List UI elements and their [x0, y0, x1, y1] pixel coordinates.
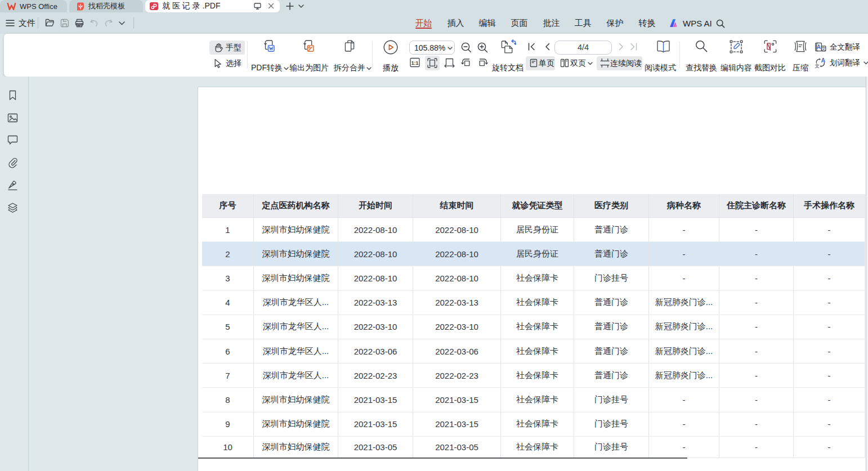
table-cell: 新冠肺炎门诊...	[649, 339, 719, 363]
next-page-icon[interactable]	[619, 43, 624, 51]
layers-icon[interactable]	[7, 202, 18, 213]
single-page-button[interactable]: 单页	[526, 56, 555, 70]
ribbon-tab-edit[interactable]: 编辑	[475, 12, 499, 34]
ribbon-tab-protect[interactable]: 保护	[603, 12, 627, 34]
table-cell: 深圳市龙华区人...	[254, 291, 338, 315]
table-row[interactable]: 3深圳市妇幼保健院2022-08-102022-08-10社会保障卡门诊挂号--…	[202, 266, 865, 290]
fulltext-translate-button[interactable]: A文 全文翻译	[815, 40, 868, 54]
redo-icon[interactable]	[104, 19, 113, 27]
quick-more-chevron-icon[interactable]	[119, 21, 125, 25]
split-merge-icon	[343, 39, 356, 53]
comment-icon[interactable]	[7, 135, 18, 145]
select-tool-button[interactable]: 选择	[209, 56, 245, 70]
rotate-right-icon[interactable]	[477, 57, 488, 68]
zoom-out-icon[interactable]	[461, 42, 472, 53]
fit-page-button[interactable]	[425, 56, 440, 70]
bookmark-icon[interactable]	[7, 90, 18, 101]
table-row[interactable]: 7深圳市龙华区人...2022-02-232022-02-23社会保障卡普通门诊…	[202, 364, 865, 388]
continuous-read-button[interactable]: 连续阅读	[597, 56, 642, 70]
split-merge-label: 拆分合并	[334, 63, 365, 73]
undo-icon[interactable]	[90, 19, 99, 27]
zoom-level-box[interactable]: 105.88%	[409, 41, 455, 55]
ribbon-tab-insert[interactable]: 插入	[444, 12, 468, 34]
pdf-convert-button[interactable]: PDF转换	[252, 38, 286, 71]
tab-docer-templates[interactable]: 找稻壳模板	[69, 0, 143, 12]
zoom-level-value: 105.88%	[414, 43, 445, 52]
hand-tool-button[interactable]: 手型	[209, 41, 245, 55]
table-cell: 2021-03-15	[338, 388, 413, 411]
last-page-icon[interactable]	[630, 43, 637, 51]
ribbon-tab-page[interactable]: 页面	[507, 12, 531, 34]
ribbon-tab-home[interactable]: 开始	[411, 12, 436, 34]
read-mode-button[interactable]: 阅读模式	[642, 38, 682, 71]
save-icon[interactable]	[60, 19, 69, 28]
tab-document-active[interactable]: 就 医 记 录 .PDF	[145, 0, 280, 12]
double-page-button[interactable]: 双页	[556, 56, 593, 70]
table-row[interactable]: 10深圳市妇幼保健院2021-03-052021-03-05社会保障卡门诊挂号-…	[202, 437, 865, 458]
divider	[247, 41, 248, 68]
close-icon[interactable]	[268, 3, 274, 9]
sidebar-divider	[28, 77, 29, 471]
table-row[interactable]: 5深圳市龙华区人...2022-03-102022-03-10社会保障卡普通门诊…	[202, 315, 865, 339]
edit-content-button[interactable]: 编辑内容	[719, 38, 753, 71]
table-row[interactable]: 1深圳市妇幼保健院2022-08-102022-08-10居民身份证普通门诊--…	[202, 218, 865, 242]
find-replace-button[interactable]: 查找替换	[684, 38, 718, 71]
zoom-in-icon[interactable]	[477, 42, 488, 53]
table-cell: 2022-08-10	[338, 242, 413, 266]
hand-tool-label: 手型	[226, 43, 241, 53]
table-header-cell: 开始时间	[338, 194, 413, 217]
tab-list-chevron-icon[interactable]	[298, 5, 304, 8]
table-cell: 社会保障卡	[501, 437, 574, 457]
export-image-button[interactable]: 输出为图片	[287, 38, 332, 71]
attachment-icon[interactable]	[7, 158, 18, 168]
sign-pen-icon[interactable]	[7, 180, 18, 191]
read-mode-label: 阅读模式	[645, 63, 676, 73]
ribbon-tab-comment[interactable]: 批注	[539, 12, 563, 34]
ribbon-tab-convert[interactable]: 转换	[635, 12, 659, 34]
table-row[interactable]: 6深圳市龙华区人...2022-03-062022-03-06社会保障卡普通门诊…	[202, 339, 865, 364]
table-cell: 9	[202, 412, 254, 436]
page-number-input[interactable]: 4/4	[554, 41, 612, 55]
new-tab-icon[interactable]	[286, 2, 294, 10]
ribbon-tab-tools[interactable]: 工具	[571, 12, 595, 34]
print-icon[interactable]	[75, 19, 84, 28]
file-menu[interactable]: 文件	[6, 12, 35, 34]
wps-ai-button[interactable]: WPS AI	[670, 12, 712, 34]
split-merge-button[interactable]: 拆分合并	[332, 38, 370, 71]
fit-width-icon[interactable]	[444, 57, 455, 68]
prev-page-icon[interactable]	[545, 43, 550, 51]
compress-button[interactable]: 压缩	[788, 38, 813, 71]
wps-ai-logo-icon	[670, 19, 679, 27]
thumbnail-icon[interactable]	[7, 113, 18, 123]
table-row[interactable]: 2深圳市妇幼保健院2022-08-102022-08-10居民身份证普通门诊--…	[202, 242, 865, 266]
first-page-icon[interactable]	[528, 43, 535, 51]
monitor-icon[interactable]	[254, 3, 261, 10]
table-cell: -	[794, 315, 865, 339]
rotate-doc-button[interactable]: 旋转文档	[491, 38, 525, 71]
table-cell: 新冠肺炎门诊...	[649, 315, 719, 339]
table-cell: -	[719, 437, 794, 457]
table-row[interactable]: 4深圳市龙华区人...2022-03-132022-03-13社会保障卡普通门诊…	[202, 291, 865, 315]
table-header-cell: 定点医药机构名称	[254, 194, 338, 217]
table-cell: -	[794, 412, 865, 436]
word-translate-button[interactable]: A文 划词翻译	[815, 56, 868, 70]
table-row[interactable]: 8深圳市妇幼保健院2021-03-152021-03-15社会保障卡门诊挂号--…	[202, 388, 865, 412]
table-cell: 深圳市妇幼保健院	[254, 218, 338, 241]
table-cell: -	[649, 412, 719, 436]
table-cell: 2021-03-15	[338, 412, 413, 436]
ribbon-search-icon[interactable]	[716, 19, 725, 28]
table-cell: 社会保障卡	[501, 364, 574, 387]
open-folder-icon[interactable]	[45, 19, 55, 27]
actual-size-icon[interactable]: 1:1	[410, 57, 420, 68]
pdf-page[interactable]: 序号定点医药机构名称开始时间结束时间就诊凭证类型医疗类别病种名称住院主诊断名称手…	[198, 87, 866, 471]
table-cell: -	[719, 266, 794, 290]
svg-text:1:1: 1:1	[411, 60, 419, 66]
screenshot-compare-button[interactable]: 截图对比	[753, 38, 787, 71]
table-row[interactable]: 9深圳市妇幼保健院2021-03-152021-03-15社会保障卡门诊挂号--…	[202, 412, 865, 437]
rotate-left-icon[interactable]	[461, 57, 472, 68]
tab-label: WPS Office	[20, 2, 57, 11]
tab-wps-office[interactable]: WPS Office	[0, 0, 67, 12]
scrollbar-track[interactable]	[866, 77, 868, 471]
table-cell: 深圳市妇幼保健院	[254, 388, 338, 411]
play-button[interactable]: 播放	[382, 38, 399, 71]
